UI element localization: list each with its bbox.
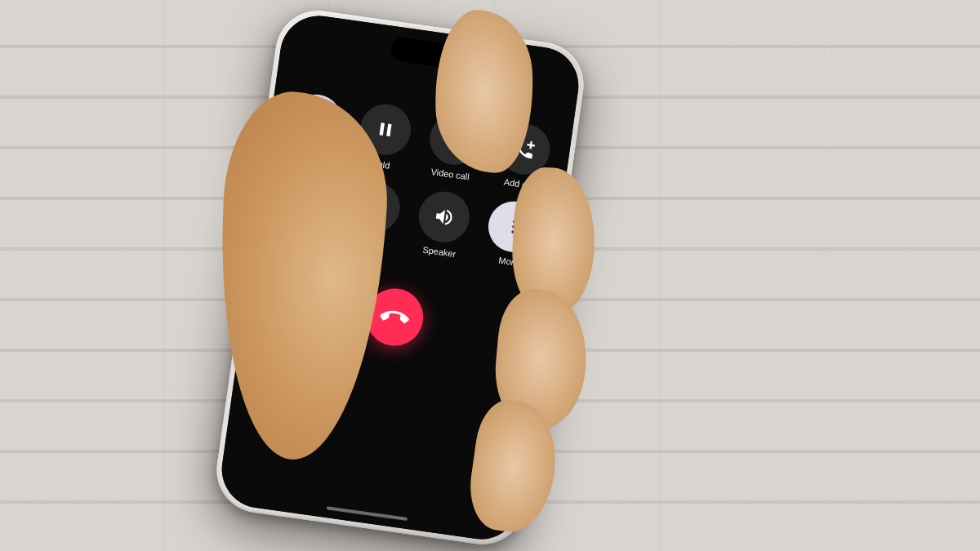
speaker-circle	[416, 189, 473, 246]
end-call-icon	[378, 300, 412, 334]
speaker-icon	[432, 205, 456, 229]
hold-icon	[373, 118, 397, 141]
speaker-button[interactable]: Speaker	[410, 188, 475, 260]
speaker-label: Speaker	[422, 245, 457, 260]
video-call-label: Video call	[430, 167, 470, 181]
